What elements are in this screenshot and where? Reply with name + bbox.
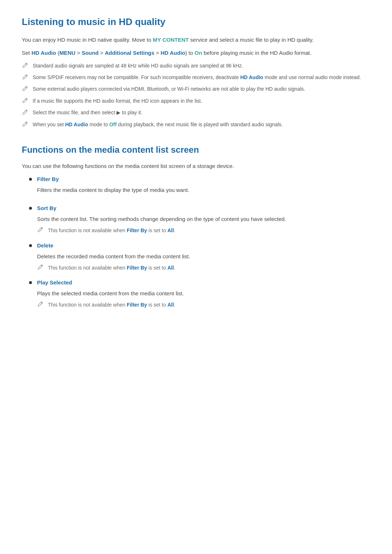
sort-by-note: This function is not available when Filt… (37, 226, 370, 234)
filter-by-link-delete[interactable]: Filter By (127, 265, 147, 271)
list-item-delete: Delete Deletes the recorded media conten… (29, 241, 370, 272)
list-item-sort-by: Sort By Sorts the content list. The sort… (29, 204, 370, 234)
additional-settings-link[interactable]: Additional Settings (105, 50, 155, 56)
delete-note: This function is not available when Filt… (37, 264, 370, 272)
pencil-icon-4 (22, 97, 29, 104)
note-text-1: Standard audio signals are sampled at 48… (33, 62, 243, 70)
note-text-3: Some external audio players connected vi… (33, 85, 305, 93)
hd-audio-link2[interactable]: HD Audio (160, 50, 185, 56)
play-selected-content: Play Selected Plays the selected media c… (37, 278, 370, 309)
note-item-3: Some external audio players connected vi… (22, 85, 370, 93)
section1-intro-para: You can enjoy HD music in HD native qual… (22, 36, 370, 44)
section1-notes: Standard audio signals are sampled at 48… (22, 62, 370, 128)
filter-by-title[interactable]: Filter By (37, 175, 370, 184)
pencil-icon-sort (37, 226, 44, 234)
list-item-filter-by: Filter By Filters the media content to d… (29, 175, 370, 197)
hd-audio-inline-link[interactable]: HD Audio (240, 74, 263, 80)
note-item-1: Standard audio signals are sampled at 48… (22, 62, 370, 70)
pencil-icon-6 (22, 121, 29, 128)
section1-intro-text: You can enjoy HD music in HD native qual… (22, 37, 153, 43)
section2-title: Functions on the media content list scre… (22, 143, 370, 157)
play-selected-title[interactable]: Play Selected (37, 278, 370, 287)
filter-by-link-play[interactable]: Filter By (127, 302, 147, 308)
all-link-delete[interactable]: All (167, 265, 174, 271)
functions-list: Filter By Filters the media content to d… (29, 175, 370, 309)
list-item-play-selected: Play Selected Plays the selected media c… (29, 278, 370, 309)
section2-intro: You can use the following functions on t… (22, 162, 370, 171)
note-text-2: Some S/PDIF receivers may not be compati… (33, 73, 361, 81)
all-link-sort[interactable]: All (167, 227, 174, 233)
section-functions: Functions on the media content list scre… (22, 143, 370, 309)
arrow2: > (100, 50, 105, 56)
bullet-dot-2 (29, 207, 32, 210)
pencil-icon-delete (37, 264, 44, 271)
section-hd-quality: Listening to music in HD quality You can… (22, 15, 370, 128)
bullet-dot-3 (29, 244, 32, 247)
section1-title: Listening to music in HD quality (22, 15, 370, 30)
filter-by-content: Filter By Filters the media content to d… (37, 175, 370, 197)
note-text-6: When you set HD Audio mode to Off during… (33, 120, 283, 128)
play-selected-desc: Plays the selected media content from th… (37, 289, 370, 298)
filter-by-desc: Filters the media content to display the… (37, 186, 370, 194)
pencil-icon-5 (22, 109, 29, 116)
sort-by-content: Sort By Sorts the content list. The sort… (37, 204, 370, 234)
bullet-dot-1 (29, 178, 32, 181)
arrow3: > (156, 50, 161, 56)
hd-audio-inline-link2[interactable]: HD Audio (65, 122, 88, 127)
set-text: Set (22, 50, 32, 56)
to-on-text: to (188, 50, 195, 56)
bullet-dot-4 (29, 281, 32, 284)
note-text-5: Select the music file, and then select ▶… (33, 108, 142, 116)
note-text-4: If a music file supports the HD audio fo… (33, 97, 202, 105)
set-end: before playing music in the HD Audio for… (202, 50, 311, 56)
off-link[interactable]: Off (109, 122, 117, 127)
delete-content: Delete Deletes the recorded media conten… (37, 241, 370, 272)
delete-title[interactable]: Delete (37, 241, 370, 250)
sort-by-desc: Sorts the content list. The sorting meth… (37, 215, 370, 223)
sort-by-note-text: This function is not available when Filt… (48, 226, 175, 234)
pencil-icon-3 (22, 85, 29, 93)
filter-by-link-sort[interactable]: Filter By (127, 227, 147, 233)
pencil-icon-play (37, 301, 44, 308)
all-link-play[interactable]: All (167, 302, 174, 308)
pencil-icon-1 (22, 62, 29, 69)
section1-set-para: Set HD Audio (MENU > Sound > Additional … (22, 49, 370, 57)
on-link[interactable]: On (195, 50, 202, 56)
menu-link[interactable]: MENU (60, 50, 75, 56)
my-content-link[interactable]: MY CONTENT (153, 37, 189, 43)
note-item-6: When you set HD Audio mode to Off during… (22, 120, 370, 128)
hd-audio-link1[interactable]: HD Audio (32, 50, 56, 56)
arrow1: > (77, 50, 82, 56)
delete-desc: Deletes the recorded media content from … (37, 252, 370, 261)
note-item-5: Select the music file, and then select ▶… (22, 108, 370, 116)
section1-intro-end: service and select a music file to play … (189, 37, 314, 43)
delete-note-text: This function is not available when Filt… (48, 264, 175, 272)
note-item-4: If a music file supports the HD audio fo… (22, 97, 370, 105)
play-selected-note: This function is not available when Filt… (37, 301, 370, 309)
sort-by-title[interactable]: Sort By (37, 204, 370, 213)
sound-link[interactable]: Sound (82, 50, 99, 56)
paren-close: ) (185, 50, 187, 56)
play-selected-note-text: This function is not available when Filt… (48, 301, 175, 309)
note-item-2: Some S/PDIF receivers may not be compati… (22, 73, 370, 81)
pencil-icon-2 (22, 74, 29, 81)
